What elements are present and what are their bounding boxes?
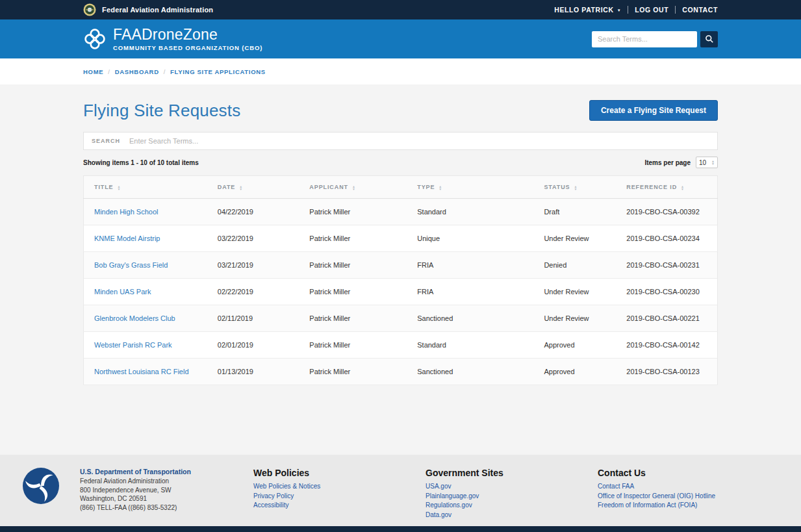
- footer-heading-contact-us: Contact Us: [598, 468, 715, 478]
- table-row: Glenbrook Modelers Club 02/11/2019 Patri…: [84, 305, 718, 332]
- cell-reference-id: 2019-CBO-CSA-00230: [616, 279, 717, 305]
- cell-reference-id: 2019-CBO-CSA-00392: [616, 199, 717, 225]
- cell-date: 04/22/2019: [207, 199, 299, 225]
- items-per-page-value: 10: [699, 159, 706, 166]
- cell-type: Sanctioned: [407, 305, 533, 332]
- header-search: [592, 31, 718, 47]
- page-title: Flying Site Requests: [83, 101, 240, 121]
- column-header-date[interactable]: DATE▲▼: [207, 176, 299, 199]
- column-header-title[interactable]: TITLE▲▼: [84, 176, 207, 199]
- table-search-panel: SEARCH: [83, 132, 718, 150]
- footer-link-contact-faa[interactable]: Contact FAA: [598, 482, 715, 492]
- cell-date: 03/22/2019: [207, 225, 299, 252]
- footer-link-foia[interactable]: Freedom of Information Act (FOIA): [598, 501, 715, 511]
- header-search-button[interactable]: [700, 31, 718, 47]
- cell-applicant: Patrick Miller: [299, 225, 407, 252]
- top-utility-bar: Federal Aviation Administration HELLO PA…: [0, 0, 801, 19]
- contact-link[interactable]: CONTACT: [675, 6, 718, 14]
- footer-heading-government-sites: Government Sites: [426, 468, 598, 478]
- footer-link-plainlanguage-gov[interactable]: Plainlanguage.gov: [426, 492, 598, 501]
- flying-site-link[interactable]: Minden UAS Park: [94, 288, 151, 296]
- cell-applicant: Patrick Miller: [299, 199, 407, 225]
- flying-site-link[interactable]: Minden High School: [94, 208, 158, 216]
- footer-link-oig-hotline[interactable]: Office of Inspector General (OIG) Hotlin…: [598, 492, 715, 501]
- cell-applicant: Patrick Miller: [299, 305, 407, 332]
- agency-name: Federal Aviation Administration: [102, 6, 213, 14]
- create-flying-site-request-button[interactable]: Create a Flying Site Request: [589, 100, 718, 121]
- footer-web-policies: Web Policies Web Policies & Notices Priv…: [253, 468, 426, 526]
- flying-site-link[interactable]: Northwest Louisiana RC Field: [94, 368, 189, 375]
- cell-date: 02/01/2019: [207, 332, 299, 359]
- dronezone-clover-icon: [83, 27, 107, 51]
- footer-link-regulations-gov[interactable]: Regulations.gov: [426, 501, 598, 511]
- footer-government-sites: Government Sites USA.gov Plainlanguage.g…: [426, 468, 598, 526]
- spinner-icon: ▲▼: [711, 160, 715, 166]
- items-per-page-select[interactable]: 10 ▲▼: [696, 157, 718, 168]
- search-label: SEARCH: [92, 138, 120, 144]
- cell-applicant: Patrick Miller: [299, 279, 407, 305]
- cell-applicant: Patrick Miller: [299, 359, 407, 385]
- cell-type: Standard: [407, 332, 533, 359]
- footer-link-privacy-policy[interactable]: Privacy Policy: [253, 492, 426, 501]
- cell-status: Under Review: [533, 279, 616, 305]
- main-content: Flying Site Requests Create a Flying Sit…: [0, 84, 801, 455]
- cell-type: FRIA: [407, 279, 533, 305]
- sort-icon: ▲▼: [574, 185, 578, 190]
- cell-type: FRIA: [407, 252, 533, 279]
- items-per-page-label: Items per page: [644, 159, 691, 166]
- footer-link-accessibility[interactable]: Accessibility: [253, 501, 426, 511]
- flying-site-link[interactable]: Glenbrook Modelers Club: [94, 314, 175, 322]
- cell-reference-id: 2019-CBO-CSA-00231: [616, 252, 717, 279]
- footer-dot-heading: U.S. Department of Transportation: [80, 468, 253, 475]
- footer-heading-web-policies: Web Policies: [253, 468, 426, 478]
- table-search-input[interactable]: [129, 137, 709, 145]
- column-header-applicant[interactable]: APPLICANT▲▼: [299, 176, 407, 199]
- table-header-row: TITLE▲▼ DATE▲▼ APPLICANT▲▼ TYPE▲▼ STATUS…: [84, 176, 718, 199]
- cell-date: 02/11/2019: [207, 305, 299, 332]
- cell-status: Approved: [533, 332, 616, 359]
- footer-dot-address: U.S. Department of Transportation Federa…: [80, 468, 253, 526]
- breadcrumb-separator: /: [108, 68, 110, 75]
- app-title: FAADroneZone: [113, 27, 262, 42]
- sort-icon: ▲▼: [239, 185, 243, 190]
- cell-status: Under Review: [533, 225, 616, 252]
- flying-site-link[interactable]: Bob Gray's Grass Field: [94, 261, 168, 269]
- cell-reference-id: 2019-CBO-CSA-00221: [616, 305, 717, 332]
- table-row: Minden UAS Park 02/22/2019 Patrick Mille…: [84, 279, 718, 305]
- cell-type: Standard: [407, 199, 533, 225]
- footer-link-usa-gov[interactable]: USA.gov: [426, 482, 598, 492]
- brand: FAADroneZone COMMUNITY BASED ORGANIZATIO…: [83, 27, 262, 51]
- cell-status: Denied: [533, 252, 616, 279]
- chevron-down-icon: ▼: [617, 8, 622, 12]
- user-utility-links: HELLO PATRICK ▼ LOG OUT CONTACT: [554, 6, 718, 14]
- cell-status: Under Review: [533, 305, 616, 332]
- flying-site-link[interactable]: KNME Model Airstrip: [94, 234, 160, 242]
- breadcrumb-separator: /: [164, 68, 166, 75]
- column-header-type[interactable]: TYPE▲▼: [407, 176, 533, 199]
- footer-link-web-policies-notices[interactable]: Web Policies & Notices: [253, 482, 426, 492]
- header-search-input[interactable]: [592, 31, 697, 47]
- breadcrumb-home[interactable]: HOME: [83, 68, 103, 75]
- results-count: Showing items 1 - 10 of 10 total items: [83, 159, 199, 166]
- footer: U.S. Department of Transportation Federa…: [0, 455, 801, 526]
- column-header-status[interactable]: STATUS▲▼: [533, 176, 616, 199]
- footer-bottom-strip: [0, 526, 801, 532]
- cell-date: 03/21/2019: [207, 252, 299, 279]
- flying-site-requests-table: TITLE▲▼ DATE▲▼ APPLICANT▲▼ TYPE▲▼ STATUS…: [83, 175, 718, 385]
- column-header-reference-id[interactable]: REFERENCE ID▲▼: [616, 176, 717, 199]
- cell-applicant: Patrick Miller: [299, 252, 407, 279]
- table-row: Bob Gray's Grass Field 03/21/2019 Patric…: [84, 252, 718, 279]
- sort-icon: ▲▼: [681, 185, 685, 190]
- flying-site-link[interactable]: Webster Parish RC Park: [94, 341, 172, 349]
- user-greeting: HELLO PATRICK: [554, 6, 613, 14]
- footer-link-data-gov[interactable]: Data.gov: [426, 511, 598, 520]
- user-menu[interactable]: HELLO PATRICK ▼: [554, 6, 628, 14]
- breadcrumb-flying-site-applications[interactable]: FLYING SITE APPLICATIONS: [170, 68, 266, 75]
- us-dot-logo-icon: [23, 468, 59, 504]
- cell-reference-id: 2019-CBO-CSA-00123: [616, 359, 717, 385]
- breadcrumb-dashboard[interactable]: DASHBOARD: [115, 68, 159, 75]
- table-row: Webster Parish RC Park 02/01/2019 Patric…: [84, 332, 718, 359]
- table-row: Northwest Louisiana RC Field 01/13/2019 …: [84, 359, 718, 385]
- logout-link[interactable]: LOG OUT: [628, 6, 675, 14]
- cell-date: 02/22/2019: [207, 279, 299, 305]
